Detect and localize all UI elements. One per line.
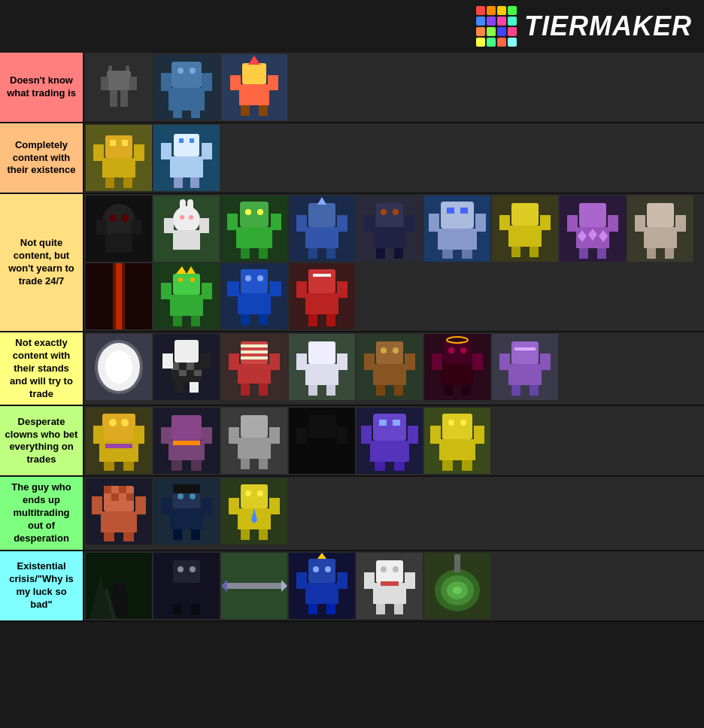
logo-cell — [487, 17, 496, 26]
svg-rect-18 — [242, 63, 266, 84]
svg-rect-175 — [305, 364, 338, 385]
list-item — [492, 196, 558, 262]
svg-rect-275 — [191, 529, 200, 540]
svg-rect-10 — [168, 88, 205, 111]
svg-rect-307 — [308, 559, 335, 583]
svg-rect-157 — [187, 362, 194, 370]
svg-rect-46 — [96, 220, 107, 235]
svg-rect-143 — [296, 281, 307, 298]
svg-rect-60 — [240, 202, 269, 227]
svg-rect-221 — [161, 427, 171, 444]
svg-rect-79 — [364, 215, 375, 232]
list-item — [153, 263, 220, 329]
list-item — [221, 408, 287, 474]
svg-rect-320 — [405, 572, 415, 589]
svg-rect-77 — [376, 203, 403, 227]
svg-point-83 — [381, 209, 387, 215]
character-svg — [289, 408, 355, 474]
svg-rect-88 — [429, 214, 439, 232]
logo-cell — [497, 6, 506, 15]
svg-rect-86 — [441, 202, 474, 229]
svg-rect-90 — [442, 250, 453, 259]
svg-rect-259 — [104, 486, 111, 493]
svg-rect-237 — [308, 459, 317, 469]
svg-rect-45 — [105, 233, 132, 253]
list-item — [86, 334, 152, 400]
svg-rect-108 — [608, 215, 618, 232]
svg-rect-95 — [511, 203, 539, 226]
svg-rect-228 — [229, 427, 239, 444]
svg-rect-14 — [191, 111, 200, 118]
svg-rect-270 — [173, 484, 200, 493]
svg-rect-234 — [305, 438, 338, 459]
svg-rect-222 — [202, 427, 212, 444]
list-item — [289, 263, 355, 329]
svg-rect-12 — [202, 73, 212, 91]
list-item — [86, 408, 152, 474]
svg-point-216 — [121, 419, 129, 426]
character-svg — [560, 196, 626, 262]
logo-text: TiERMAKER — [524, 11, 692, 42]
list-item — [424, 553, 490, 619]
svg-rect-74 — [326, 248, 335, 259]
character-svg — [289, 196, 355, 262]
svg-rect-266 — [104, 532, 114, 541]
list-item — [153, 334, 220, 400]
svg-rect-262 — [126, 493, 134, 501]
svg-rect-87 — [438, 229, 477, 250]
svg-rect-192 — [432, 353, 442, 370]
svg-rect-117 — [665, 248, 674, 259]
logo-grid-icon — [476, 6, 517, 47]
svg-rect-284 — [241, 529, 250, 540]
svg-rect-100 — [530, 247, 539, 257]
svg-rect-204 — [511, 385, 520, 396]
svg-rect-165 — [241, 344, 268, 347]
svg-rect-213 — [104, 462, 114, 471]
character-svg — [221, 334, 287, 400]
svg-rect-245 — [394, 462, 405, 471]
svg-rect-54 — [173, 230, 200, 250]
svg-rect-226 — [241, 415, 268, 438]
svg-rect-147 — [313, 274, 331, 277]
svg-rect-61 — [236, 227, 272, 248]
svg-point-48 — [109, 214, 117, 222]
svg-rect-21 — [268, 75, 278, 90]
tier-content-f — [84, 551, 704, 620]
svg-rect-136 — [241, 314, 250, 325]
list-item — [289, 334, 355, 400]
svg-rect-31 — [123, 177, 132, 188]
list-item — [424, 408, 490, 474]
svg-rect-194 — [444, 385, 453, 396]
svg-rect-3 — [107, 71, 131, 90]
svg-rect-182 — [373, 364, 406, 385]
svg-rect-331 — [454, 554, 460, 572]
character-svg — [424, 196, 490, 262]
svg-rect-97 — [499, 215, 510, 230]
svg-rect-99 — [511, 247, 520, 257]
logo-cell — [497, 38, 506, 47]
tier-row-b: Not quite content, but won't yearn to tr… — [0, 194, 704, 332]
svg-rect-4 — [110, 90, 117, 107]
svg-point-57 — [180, 215, 184, 220]
character-svg — [289, 553, 355, 619]
svg-rect-127 — [173, 316, 182, 326]
svg-rect-91 — [462, 250, 472, 259]
tier-label-f: Existential crisis/"Why is my luck so ba… — [0, 551, 84, 620]
character-svg — [357, 553, 423, 619]
svg-rect-322 — [394, 604, 403, 614]
svg-rect-195 — [462, 385, 471, 396]
tier-label-b: Not quite content, but won't yearn to tr… — [0, 194, 84, 331]
svg-rect-274 — [173, 529, 182, 540]
tier-row-d: Desperate clowns who bet everything on t… — [0, 406, 704, 477]
page-container: TiERMAKER Doesn't know what trading is — [0, 0, 704, 622]
svg-rect-271 — [170, 508, 203, 529]
svg-rect-6 — [101, 77, 108, 90]
svg-rect-261 — [119, 486, 126, 493]
svg-rect-72 — [337, 215, 347, 232]
svg-rect-123 — [173, 274, 200, 295]
svg-point-53 — [173, 206, 200, 233]
svg-rect-318 — [373, 583, 406, 604]
tier-content-c — [84, 332, 704, 405]
svg-rect-109 — [579, 248, 588, 259]
svg-rect-78 — [373, 227, 406, 248]
